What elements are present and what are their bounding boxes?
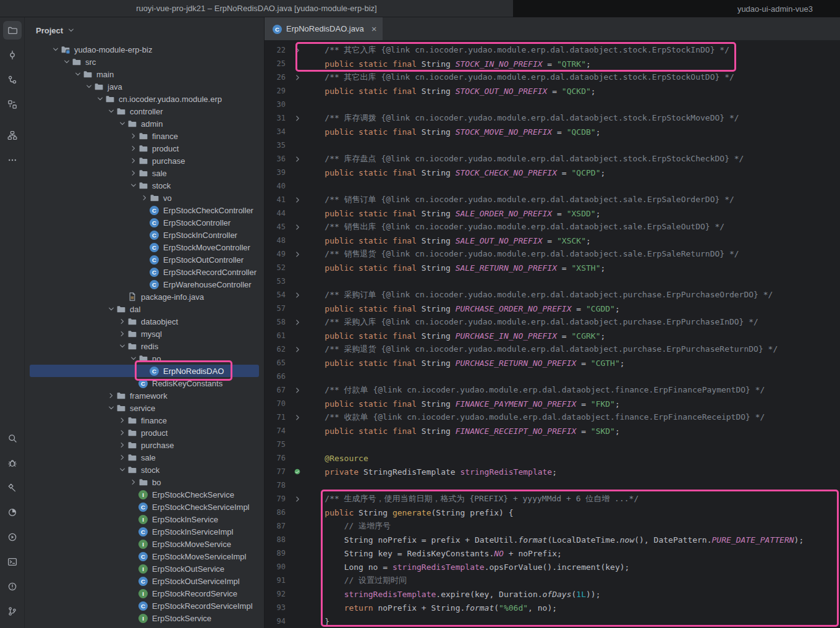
tree-item-ErpStockOutController[interactable]: C ErpStockOutController	[30, 253, 259, 266]
code-line-76[interactable]: 76 @Resource	[265, 451, 840, 465]
tool-button-project-icon[interactable]	[3, 21, 22, 40]
tree-item-java[interactable]: java	[30, 80, 259, 93]
tree-item-ErpStockOutService[interactable]: I ErpStockOutService	[30, 562, 259, 575]
fold-arrow-icon[interactable]	[289, 319, 305, 326]
code-line-71[interactable]: 71 /** 收款单 {@link cn.iocoder.yudao.modul…	[265, 410, 840, 424]
tree-item-ErpStockOutServiceImpl[interactable]: C ErpStockOutServiceImpl	[30, 575, 259, 587]
tree-expand-chevron[interactable]	[95, 94, 105, 104]
tab-erp-no-redis-dao[interactable]: C ErpNoRedisDAO.java ×	[265, 17, 383, 40]
fold-arrow-icon[interactable]	[289, 74, 305, 81]
code-line-86[interactable]: 86 public String generate(String prefix)…	[265, 506, 840, 519]
code-line-74[interactable]: 74 public static final String FINANCE_RE…	[265, 424, 840, 438]
code-line-58[interactable]: 58 /** 采购入库 {@link cn.iocoder.yudao.modu…	[265, 315, 840, 329]
fold-arrow-icon[interactable]	[289, 387, 305, 394]
tree-item-stock[interactable]: stock	[30, 179, 259, 192]
tree-item-redis[interactable]: redis	[30, 340, 259, 352]
code-line-77[interactable]: 77 private StringRedisTemplate stringRed…	[265, 465, 840, 478]
tree-expand-chevron[interactable]	[129, 354, 138, 363]
tree-item-main[interactable]: main	[30, 68, 259, 80]
tree-item-ErpStockCheckService[interactable]: I ErpStockCheckService	[30, 488, 259, 501]
tree-item-controller[interactable]: controller	[30, 105, 259, 117]
code-line-70[interactable]: 70 public static final String FINANCE_PA…	[265, 397, 840, 410]
tree-expand-chevron[interactable]	[117, 452, 127, 462]
code-line-41[interactable]: 41 /** 销售订单 {@link cn.iocoder.yudao.modu…	[265, 193, 840, 206]
code-line-29[interactable]: 29 public static final String STOCK_OUT_…	[265, 84, 840, 98]
tree-item-purchase[interactable]: purchase	[30, 439, 259, 451]
code-line-93[interactable]: 93 return noPrefix + String.format("%06d…	[265, 601, 840, 614]
tree-item-finance[interactable]: finance	[30, 414, 259, 426]
tree-item-no[interactable]: no	[30, 352, 259, 365]
tree-expand-chevron[interactable]	[106, 304, 116, 314]
code-line-65[interactable]: 65 public static final String PURCHASE_R…	[265, 356, 840, 370]
code-line-92[interactable]: 92 stringRedisTemplate.expire(key, Durat…	[265, 587, 840, 601]
tree-item-ErpStockCheckController[interactable]: C ErpStockCheckController	[30, 204, 259, 216]
tree-item-src[interactable]: src	[30, 56, 259, 68]
tree-expand-chevron[interactable]	[51, 45, 61, 54]
tree-expand-chevron[interactable]	[62, 57, 72, 67]
tree-item-ErpStockRecordServiceImpl[interactable]: C ErpStockRecordServiceImpl	[30, 600, 259, 612]
tree-expand-chevron[interactable]	[129, 156, 138, 166]
tree-item-ErpStockMoveService[interactable]: I ErpStockMoveService	[30, 538, 259, 550]
tree-expand-chevron[interactable]	[117, 119, 127, 129]
tool-button-search-icon[interactable]	[3, 429, 22, 448]
project-panel-header[interactable]: Project	[25, 17, 264, 43]
code-line-26[interactable]: 26 /** 其它出库 {@link cn.iocoder.yudao.modu…	[265, 70, 840, 84]
code-line-48[interactable]: 48 public static final String SALE_OUT_N…	[265, 234, 840, 247]
tree-item-ErpStockMoveServiceImpl[interactable]: C ErpStockMoveServiceImpl	[30, 550, 259, 562]
tree-item-dal[interactable]: dal	[30, 303, 259, 315]
code-line-49[interactable]: 49 /** 销售退货 {@link cn.iocoder.yudao.modu…	[265, 247, 840, 261]
tree-expand-chevron[interactable]	[84, 82, 94, 91]
code-line-66[interactable]: 66	[265, 370, 840, 383]
tool-button-coverage-icon[interactable]	[3, 503, 22, 522]
tree-expand-chevron[interactable]	[73, 69, 83, 79]
tree-item-framework[interactable]: framework	[30, 389, 259, 402]
tree-item-ErpStockController[interactable]: C ErpStockController	[30, 216, 259, 229]
tree-expand-chevron[interactable]	[117, 465, 127, 475]
tree-item-yudao-module-erp-biz[interactable]: yudao-module-erp-biz	[30, 43, 259, 56]
code-line-67[interactable]: 67 /** 付款单 {@link cn.iocoder.yudao.modul…	[265, 383, 840, 397]
tree-item-ErpWarehouseController[interactable]: C ErpWarehouseController	[30, 278, 259, 291]
tree-expand-chevron[interactable]	[129, 168, 138, 178]
tree-item-vo[interactable]: vo	[30, 192, 259, 204]
code-line-53[interactable]: 53	[265, 274, 840, 288]
fold-arrow-icon[interactable]	[289, 292, 305, 299]
tree-item-ErpStockService[interactable]: I ErpStockService	[30, 612, 259, 624]
tree-expand-chevron[interactable]	[117, 415, 127, 425]
fold-arrow-icon[interactable]	[289, 346, 305, 353]
code-line-87[interactable]: 87 // 递增序号	[265, 519, 840, 533]
code-line-31[interactable]: 31 /** 库存调拨 {@link cn.iocoder.yudao.modu…	[265, 111, 840, 125]
tree-item-sale[interactable]: sale	[30, 451, 259, 464]
tool-button-debug-icon[interactable]	[3, 454, 22, 472]
code-line-88[interactable]: 88 String noPrefix = prefix + DateUtil.f…	[265, 533, 840, 546]
tree-item-dataobject[interactable]: dataobject	[30, 315, 259, 328]
tool-button-commit-icon[interactable]	[3, 46, 22, 64]
fold-arrow-icon[interactable]	[289, 156, 305, 163]
tree-expand-chevron[interactable]	[129, 131, 138, 141]
code-line-45[interactable]: 45 /** 销售出库 {@link cn.iocoder.yudao.modu…	[265, 220, 840, 234]
code-line-91[interactable]: 91 // 设置过期时间	[265, 574, 840, 587]
tree-expand-chevron[interactable]	[129, 143, 138, 153]
code-line-94[interactable]: 94 }	[265, 614, 840, 628]
tab-close-icon[interactable]: ×	[371, 24, 377, 33]
fold-arrow-icon[interactable]	[289, 414, 305, 421]
tree-item-stock[interactable]: stock	[30, 464, 259, 476]
tree-expand-chevron[interactable]	[106, 403, 116, 413]
code-line-22[interactable]: 22 /** 其它入库 {@link cn.iocoder.yudao.modu…	[265, 43, 840, 57]
tool-button-plugins-icon[interactable]	[3, 95, 22, 114]
code-line-89[interactable]: 89 String key = RedisKeyConstants.NO + n…	[265, 546, 840, 560]
code-line-36[interactable]: 36 /** 库存盘点 {@link cn.iocoder.yudao.modu…	[265, 152, 840, 166]
code-line-61[interactable]: 61 public static final String PURCHASE_I…	[265, 329, 840, 342]
tool-button-git-branch-icon[interactable]	[3, 602, 22, 621]
code-line-75[interactable]: 75	[265, 438, 840, 451]
tree-expand-chevron[interactable]	[106, 106, 116, 116]
tree-item-product[interactable]: product	[30, 142, 259, 155]
code-line-79[interactable]: 79 /** 生成序号，使用当前日期，格式为 {PREFIX} + yyyyMM…	[265, 492, 840, 506]
tree-expand-chevron[interactable]	[117, 316, 127, 326]
tree-item-sale[interactable]: sale	[30, 167, 259, 179]
code-line-52[interactable]: 52 public static final String SALE_RETUR…	[265, 261, 840, 274]
tree-item-finance[interactable]: finance	[30, 130, 259, 142]
tree-item-ErpStockCheckServiceImpl[interactable]: C ErpStockCheckServiceImpl	[30, 501, 259, 513]
code-line-34[interactable]: 34 public static final String STOCK_MOVE…	[265, 125, 840, 138]
tree-expand-chevron[interactable]	[129, 180, 138, 190]
tree-item-ErpStockRecordController[interactable]: C ErpStockRecordController	[30, 266, 259, 278]
